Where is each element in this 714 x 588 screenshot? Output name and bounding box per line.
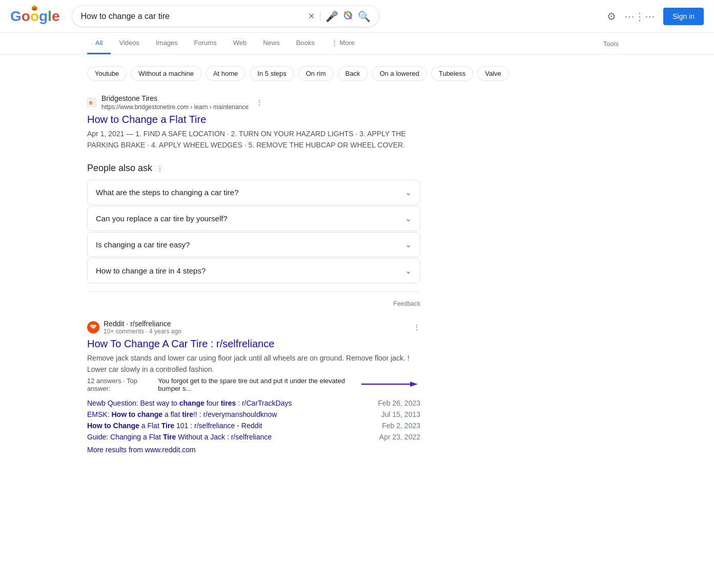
tab-web[interactable]: Web <box>225 33 255 54</box>
result1-menu-icon[interactable]: ⋮ <box>256 98 263 107</box>
paa-question-3: Is changing a car tire easy? <box>96 240 190 249</box>
svg-marker-11 <box>410 382 418 387</box>
reddit-menu-icon[interactable]: ⋮ <box>413 323 420 331</box>
chip-valve[interactable]: Valve <box>477 66 509 81</box>
tab-more[interactable]: ⋮ More <box>323 33 363 54</box>
chip-youtube[interactable]: Youtube <box>87 66 127 81</box>
paa-chevron-2: ⌄ <box>405 214 412 223</box>
paa-question-1: What are the steps to changing a car tir… <box>96 188 239 197</box>
paa-chevron-1: ⌄ <box>405 187 412 197</box>
bridgestone-site-name: Bridgestone Tires <box>101 94 157 102</box>
lens-icon[interactable] <box>342 10 354 23</box>
related-link-3: How to Change a Flat Tire 101 : r/selfre… <box>87 420 420 431</box>
chip-in-5-steps[interactable]: In 5 steps <box>250 66 294 81</box>
clear-icon[interactable]: ✕ <box>308 11 315 21</box>
tab-books[interactable]: Books <box>288 33 323 54</box>
reddit-site-name: Reddit · r/selfreliance <box>104 320 181 328</box>
arrow-svg <box>359 379 420 389</box>
related-link-2-text[interactable]: EMSK: How to change a flat tire!! : r/ev… <box>87 410 277 418</box>
result-source-bridgestone: B Bridgestone Tires https://www.bridgest… <box>87 94 420 111</box>
logo-decoration: 🎃 <box>31 5 37 11</box>
logo-o1: o <box>22 8 30 25</box>
people-also-ask: People also ask ⋮ What are the steps to … <box>87 163 420 307</box>
search-bar: ✕ | 🎤 🔍 <box>72 5 379 27</box>
related-link-2: EMSK: How to change a flat tire!! : r/ev… <box>87 409 420 420</box>
voice-search-icon[interactable]: 🎤 <box>325 10 338 23</box>
reddit-answers-prefix: 12 answers · Top answer: <box>87 377 154 392</box>
logo-e: e <box>52 8 60 25</box>
filter-chips: Youtube Without a machine At home In 5 s… <box>87 61 627 86</box>
tab-images[interactable]: Images <box>148 33 186 54</box>
related-link-1-date: Feb 26, 2023 <box>378 399 420 407</box>
svg-point-8 <box>90 325 92 327</box>
svg-point-1 <box>345 12 348 15</box>
tab-all[interactable]: All <box>87 33 111 54</box>
signin-button[interactable]: Sign in <box>663 8 704 25</box>
result1-snippet: Apr 1, 2021 — 1. FIND A SAFE LOCATION · … <box>87 128 420 151</box>
chip-at-home[interactable]: At home <box>206 66 246 81</box>
feedback-label[interactable]: Feedback <box>87 300 420 307</box>
paa-item-3[interactable]: Is changing a car tire easy? ⌄ <box>87 232 420 257</box>
related-link-1-text[interactable]: Newb Question: Best way to change four t… <box>87 399 292 407</box>
chip-on-a-lowered[interactable]: On a lowered <box>372 66 427 81</box>
result-bridgestone: B Bridgestone Tires https://www.bridgest… <box>87 94 420 151</box>
related-link-4-text[interactable]: Guide: Changing a Flat Tire Without a Ja… <box>87 433 272 441</box>
logo-g: G <box>10 8 22 25</box>
paa-item-4[interactable]: How to change a tire in 4 steps? ⌄ <box>87 258 420 283</box>
reddit-answers-text: You forgot get to the spare tire out and… <box>158 377 355 392</box>
bridgestone-site-info: Bridgestone Tires https://www.bridgeston… <box>101 94 249 111</box>
reddit-source: Reddit · r/selfreliance 10+ comments · 4… <box>87 320 420 335</box>
logo-g2: g <box>39 8 48 25</box>
arrow-annotation <box>359 379 420 391</box>
header: Goo🎃gle ✕ | 🎤 🔍 ⚙ ⋯⋮⋯ Sign in <box>0 0 714 33</box>
chip-back[interactable]: Back <box>338 66 368 81</box>
related-link-4-date: Apr 23, 2022 <box>379 433 420 441</box>
paa-menu-icon[interactable]: ⋮ <box>156 164 164 173</box>
divider-line: | <box>319 10 321 22</box>
google-logo[interactable]: Goo🎃gle <box>10 8 59 25</box>
reddit-answers: 12 answers · Top answer: You forgot get … <box>87 377 420 392</box>
svg-point-9 <box>94 325 96 327</box>
paa-title: People also ask <box>87 163 152 174</box>
search-submit-icon[interactable]: 🔍 <box>358 10 371 23</box>
paa-chevron-4: ⌄ <box>405 266 412 276</box>
paa-question-4: How to change a tire in 4 steps? <box>96 266 206 275</box>
reddit-site-info: Reddit · r/selfreliance 10+ comments · 4… <box>104 320 181 335</box>
bridgestone-favicon: B <box>87 98 96 107</box>
tab-forums[interactable]: Forums <box>186 33 225 54</box>
apps-icon[interactable]: ⋯⋮⋯ <box>624 10 655 23</box>
more-results-link[interactable]: More results from www.reddit.com <box>87 446 420 454</box>
reddit-favicon <box>87 321 99 333</box>
tab-videos[interactable]: Videos <box>111 33 148 54</box>
logo-l: l <box>48 8 52 25</box>
svg-text:B: B <box>89 100 93 106</box>
reddit-snippet: Remove jack stands and lower car using f… <box>87 352 420 375</box>
related-link-3-date: Feb 2, 2023 <box>382 422 420 430</box>
logo-emoji-wrapper: o🎃 <box>30 8 39 25</box>
related-link-4: Guide: Changing a Flat Tire Without a Ja… <box>87 431 420 443</box>
paa-chevron-3: ⌄ <box>405 240 412 249</box>
related-link-2-date: Jul 15, 2013 <box>381 410 420 418</box>
reddit-meta: 10+ comments · 4 years ago <box>104 328 181 335</box>
settings-icon[interactable]: ⚙ <box>607 10 616 23</box>
search-input[interactable] <box>80 12 304 21</box>
chip-on-rim[interactable]: On rim <box>298 66 334 81</box>
result1-title-link[interactable]: How to Change a Flat Tire <box>87 114 206 125</box>
chip-without-machine[interactable]: Without a machine <box>131 66 201 81</box>
paa-item-2[interactable]: Can you replace a car tire by yourself? … <box>87 206 420 231</box>
reddit-related-links: Newb Question: Best way to change four t… <box>87 397 420 454</box>
paa-divider <box>87 291 420 292</box>
paa-header: People also ask ⋮ <box>87 163 420 174</box>
tools-button[interactable]: Tools <box>595 34 627 54</box>
related-link-3-text[interactable]: How to Change a Flat Tire 101 : r/selfre… <box>87 422 262 430</box>
tab-news[interactable]: News <box>255 33 288 54</box>
paa-question-2: Can you replace a car tire by yourself? <box>96 214 228 223</box>
paa-item-1[interactable]: What are the steps to changing a car tir… <box>87 180 420 205</box>
reddit-title-link[interactable]: How To Change A Car Tire : r/selfrelianc… <box>87 338 274 349</box>
chip-tubeless[interactable]: Tubeless <box>431 66 473 81</box>
related-link-1: Newb Question: Best way to change four t… <box>87 397 420 409</box>
nav-tabs: All Videos Images Forums Web News Books … <box>0 33 714 55</box>
bridgestone-url: https://www.bridgestonetire.com › learn … <box>101 103 249 111</box>
main-content: Youtube Without a machine At home In 5 s… <box>0 55 714 470</box>
result-reddit: Reddit · r/selfreliance 10+ comments · 4… <box>87 320 420 454</box>
